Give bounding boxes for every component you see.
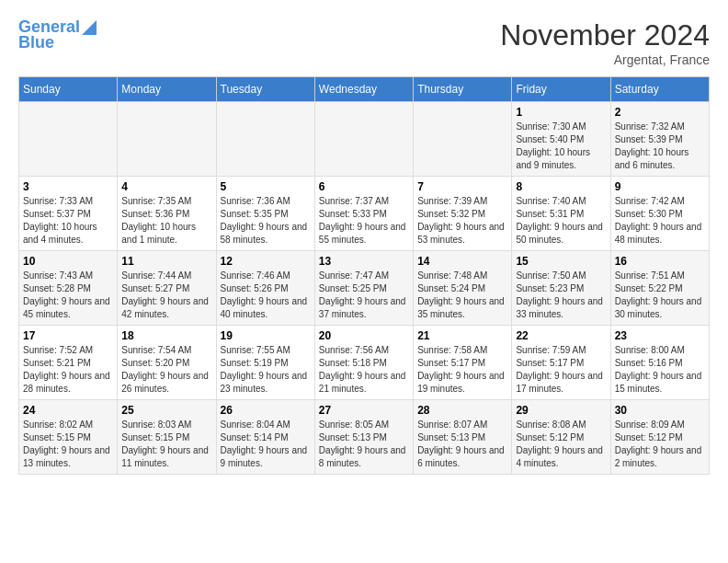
weekday-header-saturday: Saturday — [610, 77, 709, 102]
day-number: 16 — [615, 255, 705, 268]
day-number: 25 — [121, 404, 211, 417]
calendar-cell: 18Sunrise: 7:54 AM Sunset: 5:20 PM Dayli… — [118, 326, 216, 400]
calendar-cell: 4Sunrise: 7:35 AM Sunset: 5:36 PM Daylig… — [118, 177, 216, 251]
day-info: Sunrise: 7:42 AM Sunset: 5:30 PM Dayligh… — [615, 195, 705, 247]
calendar-cell: 6Sunrise: 7:37 AM Sunset: 5:33 PM Daylig… — [314, 177, 413, 251]
day-info: Sunrise: 7:54 AM Sunset: 5:20 PM Dayligh… — [121, 344, 211, 396]
day-number: 19 — [221, 329, 311, 342]
day-info: Sunrise: 7:36 AM Sunset: 5:35 PM Dayligh… — [221, 195, 311, 247]
day-info: Sunrise: 7:32 AM Sunset: 5:39 PM Dayligh… — [615, 121, 705, 172]
month-title: November 2024 — [500, 18, 710, 52]
day-info: Sunrise: 8:02 AM Sunset: 5:15 PM Dayligh… — [23, 419, 113, 470]
day-number: 7 — [417, 180, 507, 193]
page-header: General Blue November 2024 Argentat, Fra… — [18, 18, 710, 67]
day-number: 9 — [615, 180, 705, 193]
day-info: Sunrise: 7:40 AM Sunset: 5:31 PM Dayligh… — [516, 195, 606, 247]
day-number: 10 — [23, 255, 113, 268]
day-info: Sunrise: 7:58 AM Sunset: 5:17 PM Dayligh… — [417, 344, 507, 396]
day-number: 24 — [23, 404, 113, 417]
day-number: 13 — [319, 255, 409, 268]
day-info: Sunrise: 7:48 AM Sunset: 5:24 PM Dayligh… — [417, 270, 507, 321]
calendar-cell: 20Sunrise: 7:56 AM Sunset: 5:18 PM Dayli… — [314, 326, 413, 400]
day-number: 22 — [516, 329, 606, 342]
day-number: 3 — [23, 180, 113, 193]
day-info: Sunrise: 7:46 AM Sunset: 5:26 PM Dayligh… — [221, 270, 311, 321]
calendar-cell: 13Sunrise: 7:47 AM Sunset: 5:25 PM Dayli… — [314, 251, 413, 326]
day-info: Sunrise: 8:08 AM Sunset: 5:12 PM Dayligh… — [516, 419, 606, 470]
calendar-cell: 15Sunrise: 7:50 AM Sunset: 5:23 PM Dayli… — [512, 251, 610, 326]
weekday-header-monday: Monday — [118, 77, 216, 102]
calendar-cell: 16Sunrise: 7:51 AM Sunset: 5:22 PM Dayli… — [610, 251, 709, 326]
day-number: 28 — [417, 404, 507, 417]
calendar-cell: 24Sunrise: 8:02 AM Sunset: 5:15 PM Dayli… — [19, 400, 118, 475]
day-info: Sunrise: 7:51 AM Sunset: 5:22 PM Dayligh… — [615, 270, 705, 321]
day-number: 12 — [221, 255, 311, 268]
day-info: Sunrise: 7:56 AM Sunset: 5:18 PM Dayligh… — [319, 344, 409, 396]
day-info: Sunrise: 7:59 AM Sunset: 5:17 PM Dayligh… — [516, 344, 606, 396]
day-number: 5 — [221, 180, 311, 193]
day-number: 15 — [516, 255, 606, 268]
location-subtitle: Argentat, France — [500, 52, 710, 67]
day-number: 27 — [319, 404, 409, 417]
calendar-cell: 10Sunrise: 7:43 AM Sunset: 5:28 PM Dayli… — [19, 251, 118, 326]
svg-marker-0 — [82, 20, 97, 35]
weekday-header-wednesday: Wednesday — [314, 77, 413, 102]
calendar-cell: 22Sunrise: 7:59 AM Sunset: 5:17 PM Dayli… — [512, 326, 610, 400]
day-info: Sunrise: 7:44 AM Sunset: 5:27 PM Dayligh… — [121, 270, 211, 321]
day-number: 23 — [615, 329, 705, 342]
calendar-cell: 7Sunrise: 7:39 AM Sunset: 5:32 PM Daylig… — [414, 177, 512, 251]
day-number: 26 — [221, 404, 311, 417]
calendar-cell — [19, 102, 118, 177]
calendar-table: SundayMondayTuesdayWednesdayThursdayFrid… — [18, 76, 710, 475]
day-number: 11 — [121, 255, 211, 268]
calendar-cell: 21Sunrise: 7:58 AM Sunset: 5:17 PM Dayli… — [414, 326, 512, 400]
day-info: Sunrise: 7:55 AM Sunset: 5:19 PM Dayligh… — [221, 344, 311, 396]
calendar-cell: 30Sunrise: 8:09 AM Sunset: 5:12 PM Dayli… — [610, 400, 709, 475]
day-info: Sunrise: 7:39 AM Sunset: 5:32 PM Dayligh… — [417, 195, 507, 247]
title-block: November 2024 Argentat, France — [500, 18, 710, 67]
day-info: Sunrise: 7:30 AM Sunset: 5:40 PM Dayligh… — [516, 121, 606, 172]
weekday-header-tuesday: Tuesday — [216, 77, 314, 102]
logo-blue: Blue — [18, 33, 54, 52]
calendar-cell: 12Sunrise: 7:46 AM Sunset: 5:26 PM Dayli… — [216, 251, 314, 326]
calendar-cell: 9Sunrise: 7:42 AM Sunset: 5:30 PM Daylig… — [610, 177, 709, 251]
calendar-cell: 11Sunrise: 7:44 AM Sunset: 5:27 PM Dayli… — [118, 251, 216, 326]
day-info: Sunrise: 8:03 AM Sunset: 5:15 PM Dayligh… — [121, 419, 211, 470]
day-info: Sunrise: 7:35 AM Sunset: 5:36 PM Dayligh… — [121, 195, 211, 247]
weekday-header-friday: Friday — [512, 77, 610, 102]
day-info: Sunrise: 8:04 AM Sunset: 5:14 PM Dayligh… — [221, 419, 311, 470]
day-info: Sunrise: 8:00 AM Sunset: 5:16 PM Dayligh… — [615, 344, 705, 396]
day-info: Sunrise: 7:47 AM Sunset: 5:25 PM Dayligh… — [319, 270, 409, 321]
day-number: 30 — [615, 404, 705, 417]
day-info: Sunrise: 7:33 AM Sunset: 5:37 PM Dayligh… — [23, 195, 113, 247]
calendar-cell: 19Sunrise: 7:55 AM Sunset: 5:19 PM Dayli… — [216, 326, 314, 400]
weekday-header-thursday: Thursday — [414, 77, 512, 102]
calendar-cell — [314, 102, 413, 177]
calendar-cell: 2Sunrise: 7:32 AM Sunset: 5:39 PM Daylig… — [610, 102, 709, 177]
calendar-cell: 1Sunrise: 7:30 AM Sunset: 5:40 PM Daylig… — [512, 102, 610, 177]
day-number: 20 — [319, 329, 409, 342]
day-number: 17 — [23, 329, 113, 342]
day-number: 18 — [121, 329, 211, 342]
calendar-cell: 28Sunrise: 8:07 AM Sunset: 5:13 PM Dayli… — [414, 400, 512, 475]
day-info: Sunrise: 8:05 AM Sunset: 5:13 PM Dayligh… — [319, 419, 409, 470]
day-number: 14 — [417, 255, 507, 268]
calendar-cell — [118, 102, 216, 177]
calendar-cell: 27Sunrise: 8:05 AM Sunset: 5:13 PM Dayli… — [314, 400, 413, 475]
calendar-cell — [414, 102, 512, 177]
day-number: 6 — [319, 180, 409, 193]
logo: General Blue — [18, 18, 97, 52]
day-info: Sunrise: 8:09 AM Sunset: 5:12 PM Dayligh… — [615, 419, 705, 470]
calendar-cell: 26Sunrise: 8:04 AM Sunset: 5:14 PM Dayli… — [216, 400, 314, 475]
calendar-cell: 23Sunrise: 8:00 AM Sunset: 5:16 PM Dayli… — [610, 326, 709, 400]
calendar-cell: 3Sunrise: 7:33 AM Sunset: 5:37 PM Daylig… — [19, 177, 118, 251]
day-info: Sunrise: 7:52 AM Sunset: 5:21 PM Dayligh… — [23, 344, 113, 396]
day-number: 21 — [417, 329, 507, 342]
day-number: 1 — [516, 106, 606, 119]
calendar-cell: 25Sunrise: 8:03 AM Sunset: 5:15 PM Dayli… — [118, 400, 216, 475]
weekday-header-sunday: Sunday — [19, 77, 118, 102]
day-info: Sunrise: 7:50 AM Sunset: 5:23 PM Dayligh… — [516, 270, 606, 321]
day-info: Sunrise: 8:07 AM Sunset: 5:13 PM Dayligh… — [417, 419, 507, 470]
day-info: Sunrise: 7:43 AM Sunset: 5:28 PM Dayligh… — [23, 270, 113, 321]
logo-arrow-icon — [82, 20, 97, 35]
